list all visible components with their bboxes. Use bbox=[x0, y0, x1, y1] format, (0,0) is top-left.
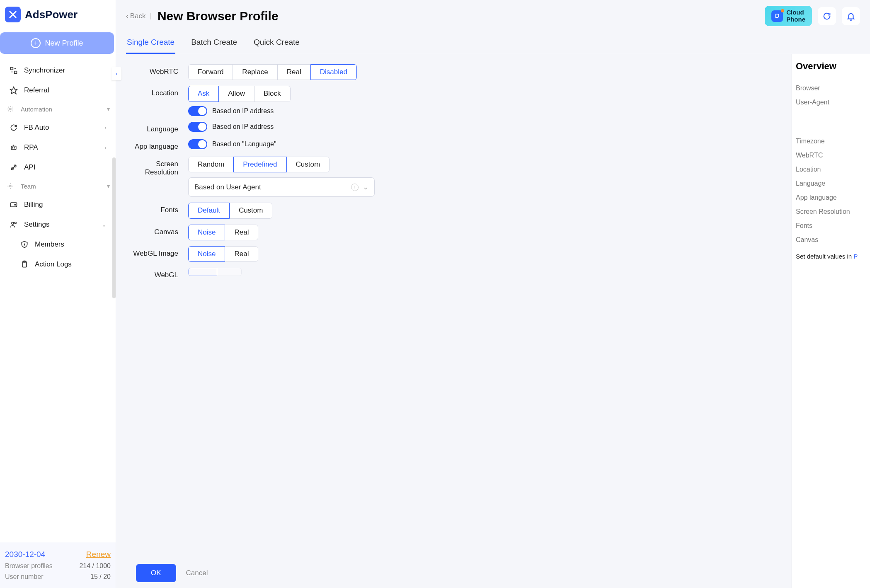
location-ask[interactable]: Ask bbox=[188, 86, 219, 102]
overview-footer-link[interactable]: P bbox=[853, 253, 858, 260]
overview-timezone[interactable]: Timezone bbox=[796, 134, 866, 148]
content-area: WebRTC Forward Replace Real Disabled Loc… bbox=[116, 54, 870, 588]
location-allow[interactable]: Allow bbox=[218, 86, 254, 102]
webrtc-disabled[interactable]: Disabled bbox=[310, 64, 357, 80]
refresh-icon bbox=[9, 123, 18, 132]
refresh-button[interactable] bbox=[818, 7, 836, 25]
plug-icon bbox=[9, 163, 18, 172]
overview-screen-resolution[interactable]: Screen Resolution bbox=[796, 205, 866, 219]
nav-synchronizer[interactable]: Synchronizer bbox=[0, 60, 116, 80]
field-label: Canvas bbox=[126, 225, 188, 236]
location-block[interactable]: Block bbox=[254, 86, 291, 102]
sidebar-collapse-toggle[interactable]: ‹ bbox=[111, 67, 121, 80]
nav-referral[interactable]: Referral bbox=[0, 80, 116, 100]
language-toggle-label: Based on IP address bbox=[212, 123, 274, 131]
field-label: WebRTC bbox=[126, 64, 188, 76]
screen-res-predefined[interactable]: Predefined bbox=[233, 157, 286, 172]
nav-section-automation[interactable]: Automation ▾ bbox=[0, 100, 116, 118]
tab-quick-create[interactable]: Quick Create bbox=[253, 33, 301, 54]
subscription-date: 2030-12-04 bbox=[5, 550, 45, 559]
overview-panel: Overview Browser User-Agent Timezone Web… bbox=[791, 54, 870, 588]
overview-language[interactable]: Language bbox=[796, 177, 866, 191]
sidebar-footer: 2030-12-04 Renew Browser profiles 214 / … bbox=[0, 542, 116, 588]
webrtc-forward[interactable]: Forward bbox=[188, 64, 233, 80]
notifications-button[interactable] bbox=[842, 7, 860, 25]
field-label: WebGL bbox=[126, 268, 188, 279]
main-area: ‹ Back | New Browser Profile D Cloud Pho… bbox=[116, 0, 870, 588]
users-value: 15 / 20 bbox=[90, 573, 111, 581]
nav-label: Synchronizer bbox=[24, 66, 65, 75]
tab-batch-create[interactable]: Batch Create bbox=[190, 33, 238, 54]
cancel-button[interactable]: Cancel bbox=[186, 569, 208, 577]
svg-point-6 bbox=[15, 148, 15, 148]
sidebar-scrollbar[interactable] bbox=[112, 157, 116, 298]
webrtc-real[interactable]: Real bbox=[277, 64, 311, 80]
field-app-language: App language Based on "Language" bbox=[126, 139, 781, 151]
screen-res-options: Random Predefined Custom bbox=[188, 157, 330, 172]
overview-canvas[interactable]: Canvas bbox=[796, 233, 866, 247]
header: ‹ Back | New Browser Profile D Cloud Pho… bbox=[116, 0, 870, 30]
location-options: Ask Allow Block bbox=[188, 86, 291, 102]
renew-link[interactable]: Renew bbox=[86, 550, 111, 559]
svg-point-5 bbox=[12, 148, 13, 148]
refresh-icon bbox=[822, 12, 831, 21]
gear-icon bbox=[6, 104, 15, 114]
webgl-image-options: Noise Real bbox=[188, 246, 258, 262]
nav-fb-auto[interactable]: FB Auto › bbox=[0, 118, 116, 138]
webgl-image-real[interactable]: Real bbox=[225, 246, 258, 262]
overview-fonts[interactable]: Fonts bbox=[796, 219, 866, 233]
field-webrtc: WebRTC Forward Replace Real Disabled bbox=[126, 64, 781, 80]
screen-res-random[interactable]: Random bbox=[188, 157, 234, 172]
nav-rpa[interactable]: RPA › bbox=[0, 138, 116, 157]
new-profile-button[interactable]: + New Profile bbox=[0, 32, 114, 54]
overview-webrtc[interactable]: WebRTC bbox=[796, 148, 866, 162]
field-label: Language bbox=[126, 122, 188, 133]
overview-location[interactable]: Location bbox=[796, 162, 866, 177]
svg-point-9 bbox=[10, 185, 11, 187]
cloud-phone-button[interactable]: D Cloud Phone bbox=[765, 6, 812, 26]
field-label: WebGL Image bbox=[126, 246, 188, 258]
overview-user-agent[interactable]: User-Agent bbox=[796, 95, 866, 109]
nav-billing[interactable]: Billing bbox=[0, 195, 116, 215]
form-scroll[interactable]: WebRTC Forward Replace Real Disabled Loc… bbox=[116, 54, 791, 588]
webgl-image-noise[interactable]: Noise bbox=[188, 246, 225, 262]
overview-browser[interactable]: Browser bbox=[796, 81, 866, 95]
app-name: AdsPower bbox=[25, 8, 78, 21]
clipboard-icon bbox=[20, 260, 29, 269]
location-ip-toggle[interactable] bbox=[188, 106, 207, 116]
language-ip-toggle[interactable] bbox=[188, 122, 207, 132]
plus-icon: + bbox=[31, 38, 41, 48]
shield-icon bbox=[20, 240, 29, 249]
fonts-custom[interactable]: Custom bbox=[229, 203, 273, 218]
logo-icon bbox=[5, 7, 21, 22]
webgl-opt2[interactable] bbox=[217, 268, 242, 276]
webgl-opt1[interactable] bbox=[188, 268, 217, 276]
app-language-toggle[interactable] bbox=[188, 139, 207, 149]
back-label: Back bbox=[130, 12, 146, 20]
nav-api[interactable]: API bbox=[0, 157, 116, 177]
svg-point-11 bbox=[15, 204, 16, 206]
nav-action-logs[interactable]: Action Logs bbox=[0, 254, 116, 274]
overview-app-language[interactable]: App language bbox=[796, 191, 866, 205]
canvas-noise[interactable]: Noise bbox=[188, 225, 225, 240]
back-button[interactable]: ‹ Back | bbox=[126, 12, 152, 20]
tab-single-create[interactable]: Single Create bbox=[126, 33, 175, 54]
nav-label: API bbox=[24, 163, 35, 172]
screen-res-custom[interactable]: Custom bbox=[286, 157, 330, 172]
canvas-real[interactable]: Real bbox=[225, 225, 258, 240]
fonts-default[interactable]: Default bbox=[188, 203, 230, 218]
chevron-down-icon: ⌄ bbox=[102, 221, 107, 228]
field-label: Fonts bbox=[126, 203, 188, 214]
nav-label: Billing bbox=[24, 201, 43, 209]
nav-settings[interactable]: Settings ⌄ bbox=[0, 215, 116, 235]
chevron-down-icon: ▾ bbox=[107, 106, 110, 112]
screen-res-select[interactable]: Based on User Agent ! ⌄ bbox=[188, 177, 375, 197]
ok-button[interactable]: OK bbox=[136, 564, 176, 582]
nav-section-team[interactable]: Team ▾ bbox=[0, 177, 116, 195]
webrtc-replace[interactable]: Replace bbox=[233, 64, 277, 80]
sync-icon bbox=[9, 66, 18, 75]
new-profile-label: New Profile bbox=[45, 39, 83, 48]
nav-members[interactable]: Members bbox=[0, 235, 116, 254]
nav-label: FB Auto bbox=[24, 123, 49, 132]
create-tabs: Single Create Batch Create Quick Create bbox=[116, 30, 870, 54]
